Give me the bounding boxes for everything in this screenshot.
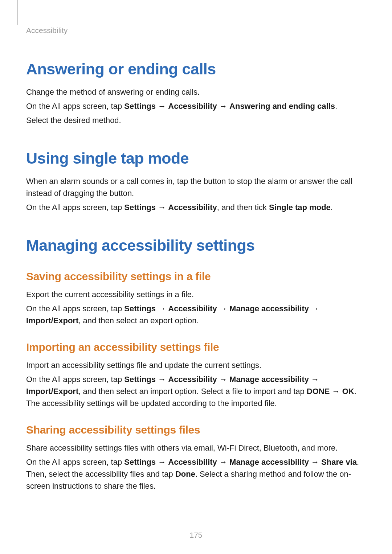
bold-label: Import/Export <box>26 387 78 396</box>
text-fragment: . <box>331 203 333 212</box>
arrow-icon: → <box>156 102 168 111</box>
breadcrumb: Accessibility <box>26 15 366 38</box>
bold-label: Single tap mode <box>269 203 331 212</box>
subheading-saving: Saving accessibility settings in a file <box>26 270 366 283</box>
bold-label: Settings <box>124 375 156 384</box>
body-text: On the All apps screen, tap Settings → A… <box>26 456 366 492</box>
content: Answering or ending calls Change the met… <box>26 38 366 492</box>
body-text: Share accessibility settings files with … <box>26 442 366 454</box>
text-fragment: , and then select an import option. Sele… <box>78 387 307 396</box>
page-number: 175 <box>0 531 392 539</box>
arrow-icon: → <box>156 304 168 313</box>
bold-label: Manage accessibility <box>229 304 309 313</box>
arrow-icon: → <box>309 375 319 384</box>
heading-answering-calls: Answering or ending calls <box>26 60 366 78</box>
body-text: On the All apps screen, tap Settings → A… <box>26 100 366 112</box>
section-managing: Managing accessibility settings Saving a… <box>26 237 366 492</box>
arrow-icon: → <box>217 375 229 384</box>
bold-label: Accessibility <box>168 203 217 212</box>
bold-label: Settings <box>124 457 156 467</box>
bold-label: Accessibility <box>168 375 217 384</box>
bold-label: Accessibility <box>168 304 217 313</box>
bold-label: Import/Export <box>26 316 78 325</box>
subheading-sharing: Sharing accessibility settings files <box>26 424 366 436</box>
bold-label: Manage accessibility <box>229 457 309 467</box>
bold-label: DONE <box>307 387 330 396</box>
arrow-icon: → <box>217 304 229 313</box>
arrow-icon: → <box>156 375 168 384</box>
text-fragment: , and then tick <box>217 203 269 212</box>
body-text: On the All apps screen, tap Settings → A… <box>26 201 366 213</box>
subsection-sharing: Sharing accessibility settings files Sha… <box>26 424 366 492</box>
bold-label: Settings <box>124 304 156 313</box>
heading-managing: Managing accessibility settings <box>26 237 366 254</box>
bold-label: Accessibility <box>168 457 217 467</box>
bold-label: OK <box>342 387 354 396</box>
arrow-icon: → <box>217 457 229 467</box>
subsection-importing: Importing an accessibility settings file… <box>26 341 366 409</box>
header-accent-line <box>17 0 18 25</box>
bold-label: Accessibility <box>168 102 217 111</box>
body-text: Select the desired method. <box>26 114 366 126</box>
bold-label: Settings <box>124 203 156 212</box>
text-fragment: . <box>335 102 337 111</box>
body-text: On the All apps screen, tap Settings → A… <box>26 303 366 327</box>
bold-label: Settings <box>124 102 156 111</box>
body-text: When an alarm sounds or a call comes in,… <box>26 175 366 199</box>
arrow-icon: → <box>330 387 342 396</box>
body-text: On the All apps screen, tap Settings → A… <box>26 373 366 409</box>
bold-label: Answering and ending calls <box>229 102 335 111</box>
section-single-tap: Using single tap mode When an alarm soun… <box>26 149 366 213</box>
arrow-icon: → <box>156 457 168 467</box>
body-text: Import an accessibility settings file an… <box>26 359 366 371</box>
heading-single-tap: Using single tap mode <box>26 149 366 167</box>
text-fragment: , and then select an export option. <box>78 316 199 325</box>
section-answering-calls: Answering or ending calls Change the met… <box>26 60 366 126</box>
text-fragment: On the All apps screen, tap <box>26 203 124 212</box>
text-fragment: On the All apps screen, tap <box>26 102 124 111</box>
arrow-icon: → <box>309 304 319 313</box>
arrow-icon: → <box>156 203 168 212</box>
body-text: Change the method of answering or ending… <box>26 86 366 98</box>
bold-label: Manage accessibility <box>229 375 309 384</box>
page-container: Accessibility Answering or ending calls … <box>0 0 392 492</box>
text-fragment: On the All apps screen, tap <box>26 375 124 384</box>
subsection-saving: Saving accessibility settings in a file … <box>26 270 366 327</box>
arrow-icon: → <box>309 457 321 467</box>
bold-label: Done <box>175 469 195 479</box>
text-fragment: On the All apps screen, tap <box>26 304 124 313</box>
text-fragment: On the All apps screen, tap <box>26 457 124 467</box>
arrow-icon: → <box>217 102 229 111</box>
subheading-importing: Importing an accessibility settings file <box>26 341 366 353</box>
bold-label: Share via <box>321 457 357 467</box>
body-text: Export the current accessibility setting… <box>26 288 366 300</box>
